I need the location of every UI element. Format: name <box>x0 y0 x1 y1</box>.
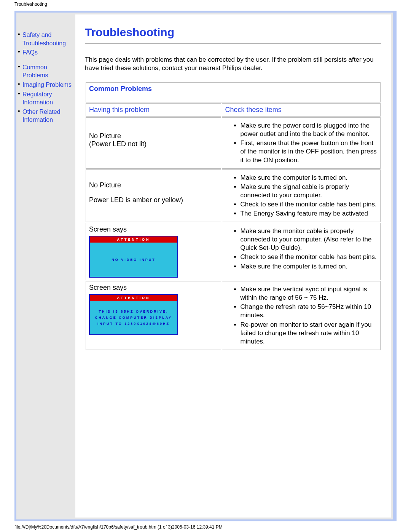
check-cell: Make sure the monitor cable is properly … <box>222 223 381 280</box>
page: Troubleshooting •Safety and Troubleshoot… <box>0 0 411 532</box>
check-item: The Energy Saving feature may be activat… <box>241 209 377 218</box>
table-row-section: Common Problems <box>86 82 381 102</box>
check-item: Change the refresh rate to 56~75Hz withi… <box>241 303 377 320</box>
content-frame: •Safety and Troubleshooting •FAQs •Commo… <box>14 11 397 521</box>
table-row: No Picture (Power LED not lit) Make sure… <box>86 117 381 168</box>
osd-message-box: ATTENTION NO VIDEO INPUT <box>89 236 178 278</box>
footer-path: file:///D|/My%20Documents/dfu/A7/english… <box>14 524 223 530</box>
osd-body: THIS IS 85HZ OVERDRIVE, CHANGE COMPUTER … <box>90 301 177 334</box>
section-title-cell: Common Problems <box>86 82 381 102</box>
osd-message-box: ATTENTION THIS IS 85HZ OVERDRIVE, CHANGE… <box>89 294 178 335</box>
column-header-check: Check these items <box>222 103 381 117</box>
divider <box>85 43 381 44</box>
sidebar-nav: •Safety and Troubleshooting •FAQs •Commo… <box>18 31 73 125</box>
problem-cell: No Picture (Power LED not lit) <box>86 117 221 168</box>
intro-text: This page deals with problems that can b… <box>85 56 381 72</box>
check-item: Make sure the computer is turned on. <box>241 174 377 182</box>
bullet-icon: • <box>18 81 22 88</box>
sidebar-item-imaging-problems[interactable]: Imaging Problems <box>22 81 72 89</box>
page-title: Troubleshooting <box>85 26 381 39</box>
sidebar-item-common-problems[interactable]: Common Problems <box>22 63 73 80</box>
sidebar-item-faqs[interactable]: FAQs <box>22 48 38 57</box>
check-cell: Make sure the vertical sync of input sig… <box>222 281 381 350</box>
check-item: Make sure the power cord is plugged into… <box>241 121 377 138</box>
osd-title: ATTENTION <box>90 236 177 243</box>
bullet-icon: • <box>18 108 22 115</box>
bullet-icon: • <box>18 48 22 55</box>
column-header-problem: Having this problem <box>86 103 221 117</box>
check-item: Re-power on monitor to start over again … <box>241 321 377 346</box>
bullet-icon: • <box>18 31 22 38</box>
main-content: Troubleshooting This page deals with pro… <box>75 14 391 518</box>
problem-cell: Screen says ATTENTION NO VIDEO INPUT <box>86 223 221 280</box>
table-row: Screen says ATTENTION THIS IS 85HZ OVERD… <box>86 281 381 350</box>
check-item: Make sure the computer is turned on. <box>241 262 377 271</box>
osd-body: NO VIDEO INPUT <box>90 243 177 277</box>
header-doc-label: Troubleshooting <box>14 2 47 7</box>
osd-title: ATTENTION <box>90 295 177 301</box>
sidebar-item-other-related[interactable]: Other Related Information <box>22 108 73 124</box>
check-item: Make sure the signal cable is properly c… <box>241 183 377 200</box>
sidebar-item-safety[interactable]: Safety and Troubleshooting <box>22 31 73 47</box>
problem-cell: Screen says ATTENTION THIS IS 85HZ OVERD… <box>86 281 221 350</box>
bullet-icon: • <box>18 63 22 70</box>
bullet-icon: • <box>18 90 22 97</box>
check-cell: Make sure the computer is turned on. Mak… <box>222 169 381 222</box>
check-item: First, ensure that the power button on t… <box>241 139 377 164</box>
check-cell: Make sure the power cord is plugged into… <box>222 117 381 168</box>
section-title: Common Problems <box>89 85 152 93</box>
table-row-header: Having this problem Check these items <box>86 103 381 117</box>
check-item: Make sure the vertical sync of input sig… <box>241 285 377 302</box>
table-row: Screen says ATTENTION NO VIDEO INPUT Mak… <box>86 223 381 280</box>
troubleshooting-table: Common Problems Having this problem Chec… <box>85 81 381 351</box>
table-row: No Picture Power LED is amber or yellow)… <box>86 169 381 222</box>
check-item: Make sure the monitor cable is properly … <box>241 227 377 252</box>
problem-cell: No Picture Power LED is amber or yellow) <box>86 169 221 222</box>
check-item: Check to see if the monitor cable has be… <box>241 200 377 209</box>
sidebar-item-regulatory-info[interactable]: Regulatory Information <box>22 90 73 107</box>
check-item: Check to see if the monitor cable has be… <box>241 253 377 261</box>
